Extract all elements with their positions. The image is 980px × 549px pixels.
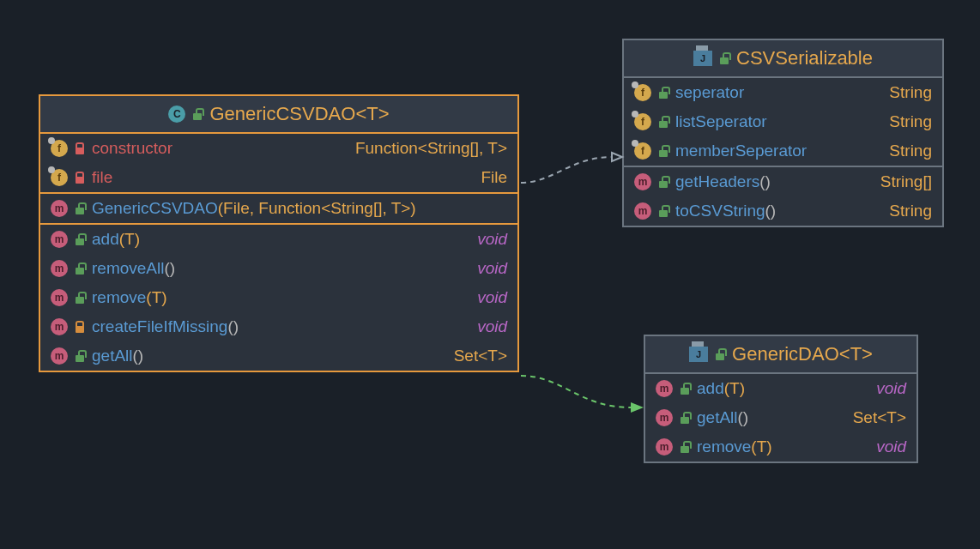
method-row: m getAll() Set<T> <box>645 403 916 432</box>
field-type: String <box>889 142 932 160</box>
method-name: toCSVString() <box>675 202 882 220</box>
field-name: file <box>92 168 474 187</box>
class-title: GenericDAO<T> <box>732 343 873 365</box>
lock-open-icon <box>658 145 668 157</box>
method-row: m getHeaders() String[] <box>624 166 942 196</box>
field-icon: f <box>51 140 68 157</box>
method-return: void <box>477 230 507 249</box>
method-name: remove(T) <box>92 288 470 307</box>
method-icon: m <box>656 438 673 455</box>
field-type: File <box>481 168 507 187</box>
method-icon: m <box>656 380 673 397</box>
svg-marker-1 <box>631 402 644 413</box>
method-return: String[] <box>880 172 932 191</box>
interface-csv-serializable: J CSVSerializable f seperator String f l… <box>622 39 944 227</box>
field-type: String <box>889 112 932 131</box>
lock-open-icon <box>75 202 85 214</box>
field-icon: f <box>51 169 68 186</box>
method-name: remove(T) <box>697 437 869 456</box>
method-icon: m <box>51 231 68 248</box>
method-icon: m <box>634 202 651 220</box>
lock-open-icon <box>680 412 690 424</box>
lock-open-icon <box>680 441 690 453</box>
lock-closed-icon <box>75 321 85 333</box>
method-icon: m <box>656 409 673 426</box>
field-name: constructor <box>92 139 348 158</box>
method-icon: m <box>51 318 68 335</box>
method-name: add(T) <box>92 230 470 249</box>
interface-icon: J <box>689 347 708 362</box>
constructor-sig: GenericCSVDAO(File, Function<String[], T… <box>92 199 507 218</box>
method-name: createFileIfMissing() <box>92 317 470 336</box>
lock-open-icon <box>680 383 690 395</box>
field-name: memberSeperator <box>675 142 882 160</box>
method-return: void <box>477 317 507 336</box>
lock-open-icon <box>715 348 725 360</box>
method-return: void <box>876 437 906 456</box>
method-return: Set<T> <box>853 408 906 427</box>
method-row: m createFileIfMissing() void <box>40 312 517 341</box>
field-icon: f <box>634 84 651 101</box>
method-row: m remove(T) void <box>645 432 916 462</box>
method-name: getAll() <box>697 408 846 427</box>
lock-open-icon <box>658 176 668 188</box>
lock-open-icon <box>75 262 85 274</box>
method-row: m removeAll() void <box>40 254 517 283</box>
field-icon: f <box>634 142 651 160</box>
method-name: getAll() <box>92 347 447 365</box>
lock-open-icon <box>75 350 85 362</box>
class-title: CSVSerializable <box>736 47 873 69</box>
class-generic-csv-dao: C GenericCSVDAO<T> f constructor Functio… <box>39 94 519 372</box>
lock-closed-icon <box>75 172 85 184</box>
method-name: getHeaders() <box>675 172 874 191</box>
method-row: m getAll() Set<T> <box>40 341 517 371</box>
field-type: Function<String[], T> <box>355 139 507 158</box>
field-row: f memberSeperator String <box>624 136 942 166</box>
class-icon: C <box>168 106 185 123</box>
method-return: void <box>477 259 507 278</box>
constructor-row: m GenericCSVDAO(File, Function<String[],… <box>40 192 517 223</box>
method-return: void <box>477 288 507 307</box>
method-row: m add(T) void <box>645 374 916 403</box>
method-row: m remove(T) void <box>40 283 517 312</box>
method-return: String <box>889 202 932 220</box>
method-row: m toCSVString() String <box>624 196 942 226</box>
field-row: f constructor Function<String[], T> <box>40 134 517 163</box>
method-icon: m <box>51 289 68 306</box>
method-row: m add(T) void <box>40 223 517 254</box>
lock-open-icon <box>658 205 668 217</box>
lock-open-icon <box>658 87 668 99</box>
class-header: J GenericDAO<T> <box>645 336 916 374</box>
lock-open-icon <box>75 233 85 245</box>
method-name: removeAll() <box>92 259 470 278</box>
field-icon: f <box>634 113 651 130</box>
field-row: f file File <box>40 163 517 192</box>
svg-marker-0 <box>612 153 622 161</box>
lock-open-icon <box>192 108 203 120</box>
field-type: String <box>889 83 932 102</box>
field-name: seperator <box>675 83 882 102</box>
class-header: C GenericCSVDAO<T> <box>40 96 517 134</box>
method-icon: m <box>51 200 68 217</box>
dependency-arrow <box>519 150 626 193</box>
interface-icon: J <box>693 51 712 66</box>
method-icon: m <box>51 347 68 365</box>
lock-open-icon <box>658 116 668 128</box>
method-return: void <box>876 379 906 398</box>
lock-open-icon <box>75 292 85 304</box>
method-icon: m <box>634 173 651 190</box>
class-title: GenericCSVDAO<T> <box>209 103 389 125</box>
lock-closed-icon <box>75 142 85 154</box>
method-return: Set<T> <box>454 347 507 365</box>
implements-arrow <box>519 369 648 420</box>
method-name: add(T) <box>697 379 869 398</box>
method-icon: m <box>51 260 68 277</box>
field-row: f listSeperator String <box>624 107 942 136</box>
lock-open-icon <box>719 52 729 64</box>
class-header: J CSVSerializable <box>624 40 942 78</box>
interface-generic-dao: J GenericDAO<T> m add(T) void m getAll()… <box>644 335 918 463</box>
field-row: f seperator String <box>624 78 942 107</box>
field-name: listSeperator <box>675 112 882 131</box>
